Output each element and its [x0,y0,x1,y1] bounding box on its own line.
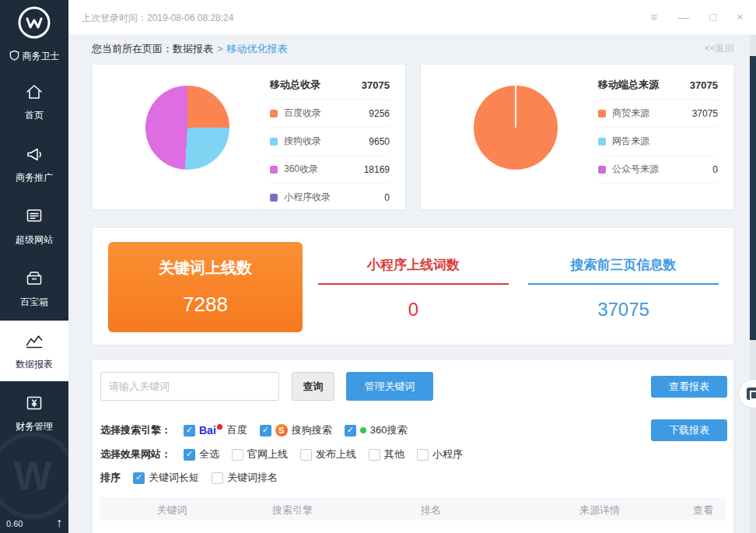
app-logo-icon [17,5,51,40]
legend-value: 0 [712,164,718,175]
legend-item: 小程序收录0 [270,184,390,212]
baidu-checkbox[interactable] [184,425,195,437]
engine-label: 百度 [227,423,247,437]
miniprogram-words-stat[interactable]: 小程序上线词数 0 [318,256,509,321]
other-checkbox[interactable] [369,449,380,461]
pie-divider-line [515,86,516,128]
baidu-paw-icon [217,424,222,430]
mobile-index-legend: 移动总收录 37075 百度收录9256 搜狗收录9650 360收录18169… [270,71,390,212]
scrollbar-thumb[interactable] [750,56,756,340]
breadcrumb-current-link[interactable]: 移动优化报表 [227,43,288,54]
brand: 商务卫士 [0,50,68,63]
sidebar-item-home[interactable]: 首页 [0,72,68,132]
sort-option: 关键词排名 [212,471,278,485]
legend-item: 网告来源 [598,128,718,156]
breadcrumb-prefix: 您当前所在页面： [92,43,173,54]
sidebar-item-super-site[interactable]: 超级网站 [0,196,68,257]
legend-label: 百度收录 [284,107,321,120]
sort-option: 关键词长短 [133,471,199,485]
stat-value: 7288 [183,293,228,317]
sort-filter-label: 排序 [100,471,121,485]
table-header-keyword: 关键词 [157,503,187,517]
query-button[interactable]: 查询 [292,372,334,401]
legend-swatch [270,110,278,117]
site-option: 官网上线 [232,447,288,461]
back-link[interactable]: <<返回 [705,42,734,55]
legend-item: 公众号来源0 [598,156,718,184]
stat-label: 关键词上线数 [159,258,252,279]
watermark: W [0,432,76,519]
legend-swatch [598,110,606,117]
download-report-button[interactable]: 下载报表 [651,419,727,441]
sidebar-item-data-report[interactable]: 数据报表 [0,321,68,381]
manage-keywords-button[interactable]: 管理关键词 [346,372,433,401]
brand-label: 商务卫士 [23,50,60,63]
sidebar-item-label: 首页 [25,109,44,122]
legend-label: 网告来源 [612,135,649,148]
table-header-source-detail: 来源详情 [579,503,620,517]
close-icon[interactable]: × [737,9,744,25]
legend-item: 百度收录9256 [270,100,390,128]
view-report-button[interactable]: 查看报表 [651,376,727,398]
360-checkbox[interactable] [345,425,356,437]
legend-value: 9256 [369,108,390,119]
menu-icon[interactable]: ≡ [650,9,657,25]
top3-info-stat[interactable]: 搜索前三页信息数 37075 [528,256,719,321]
official-site-checkbox[interactable] [232,449,243,461]
sogou-checkbox[interactable] [260,425,271,437]
window-controls: ≡ — □ × [650,9,744,25]
breadcrumb-section: 数据报表 [173,43,213,54]
breadcrumb: 您当前所在页面：数据报表>移动优化报表 <<返回 [92,42,734,56]
legend-label: 搜狗收录 [284,135,321,148]
legend-item: 360收录18169 [270,156,390,184]
legend-title: 移动总收录 [270,78,320,92]
table-header-view: 查看 [693,503,713,517]
brand-shield-icon [9,50,19,63]
maximize-icon[interactable]: □ [709,9,716,25]
sidebar-item-label: 数据报表 [16,358,53,371]
finance-icon [24,393,44,413]
legend-title: 移动端总来源 [598,78,659,92]
sidebar-item-promotion[interactable]: 商务推广 [0,134,68,195]
vertical-scrollbar [750,35,756,533]
site-option: 全选 [184,447,219,461]
sidebar-item-toolbox[interactable]: 百宝箱 [0,258,68,319]
last-login-time: 上次登录时间：2019-08-06 08:28:24 [82,12,233,25]
minimize-icon[interactable]: — [677,9,689,25]
keyword-search-input[interactable] [100,372,279,401]
sidebar-item-label: 超级网站 [16,233,53,247]
legend-item: 商贸来源37075 [598,100,718,128]
keyword-online-stat[interactable]: 关键词上线数 7288 [108,242,303,332]
site-filter-label: 选择效果网站： [100,447,171,461]
scroll-top-arrow-icon[interactable]: ↑ [56,516,62,530]
home-icon [24,82,44,102]
legend-label: 公众号来源 [612,163,659,176]
legend-label: 360收录 [284,163,318,176]
legend-total: 37075 [690,79,718,91]
mobile-source-card: 移动端总来源 37075 商贸来源37075 网告来源 公众号来源0 [420,64,734,210]
engine-label: 360搜索 [370,423,408,437]
stat-label: 搜索前三页信息数 [528,256,719,285]
site-option: 发布上线 [300,447,356,461]
engine-option-360: 360搜索 [345,423,408,437]
website-monitor-icon [24,206,44,226]
select-all-checkbox[interactable] [184,449,195,461]
toolbox-icon [24,268,44,289]
floating-qr-widget[interactable] [738,379,756,409]
legend-header: 移动总收录 37075 [270,71,390,100]
miniprogram-checkbox[interactable] [417,449,429,461]
mobile-index-pie-chart [145,86,229,170]
legend-value: 18169 [364,164,390,175]
legend-item: 搜狗收录9650 [270,128,390,156]
app-window: 商务卫士 首页 商务推广 超级网站 百宝箱 [0,0,756,533]
publish-online-checkbox[interactable] [300,449,312,461]
stat-value: 37075 [528,299,719,321]
legend-value: 0 [384,192,390,203]
sidebar: 商务卫士 首页 商务推广 超级网站 百宝箱 [0,0,68,533]
sidebar-item-label: 商务推广 [16,171,53,184]
keyword-rank-checkbox[interactable] [212,472,223,484]
legend-swatch [598,166,606,174]
keyword-length-checkbox[interactable] [133,472,145,484]
line-chart-icon [24,331,44,351]
360-logo-icon [360,427,366,433]
